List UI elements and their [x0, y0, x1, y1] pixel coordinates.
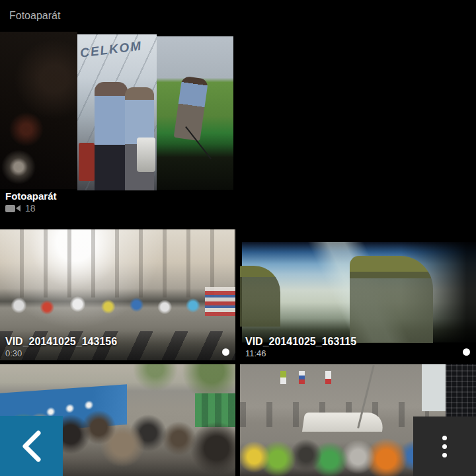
videocam-icon [5, 205, 20, 212]
video-tile-2[interactable]: VID_20141025_163115 11:46 [240, 229, 476, 360]
photo-detail-tablecloth [137, 138, 155, 172]
video-filename: VID_20141025_163115 [245, 335, 356, 348]
back-button[interactable] [0, 416, 63, 476]
album-meta: 18 [5, 204, 36, 213]
video-filename: VID_20141025_143156 [5, 335, 117, 348]
page-title: Fotoaparát [9, 10, 60, 22]
video-meta: VID_20141025_143156 0:30 [5, 335, 117, 359]
photo-figure [95, 82, 128, 190]
chevron-left-icon [15, 426, 49, 466]
video-duration: 11:46 [245, 348, 356, 359]
celkom-banner-text: CELKOM [79, 38, 143, 60]
video-thumbnail-beach-huts [242, 242, 476, 342]
video-tile-1[interactable]: VID_20141025_143156 0:30 [0, 229, 235, 360]
vertical-ellipsis-icon [442, 436, 447, 457]
photo-detail-red-chair [79, 143, 95, 181]
collage-photo-dark-room [0, 32, 77, 189]
video-duration: 0:30 [5, 348, 117, 359]
video-meta: VID_20141025_163115 11:46 [245, 335, 356, 359]
album-cover[interactable]: CELKOM [0, 31, 233, 190]
status-dot [222, 348, 229, 356]
photo-figure [174, 76, 209, 141]
collage-photo-celkom-tent: CELKOM [77, 34, 157, 190]
album-video-count: 18 [25, 203, 36, 214]
overflow-menu-button[interactable] [413, 416, 476, 476]
album-name: Fotoaparát [5, 190, 57, 202]
gallery-screen: Fotoaparát CELKOM Fotoaparát 18 [0, 0, 476, 476]
collage-photo-golf [157, 36, 233, 190]
status-dot [463, 348, 470, 356]
